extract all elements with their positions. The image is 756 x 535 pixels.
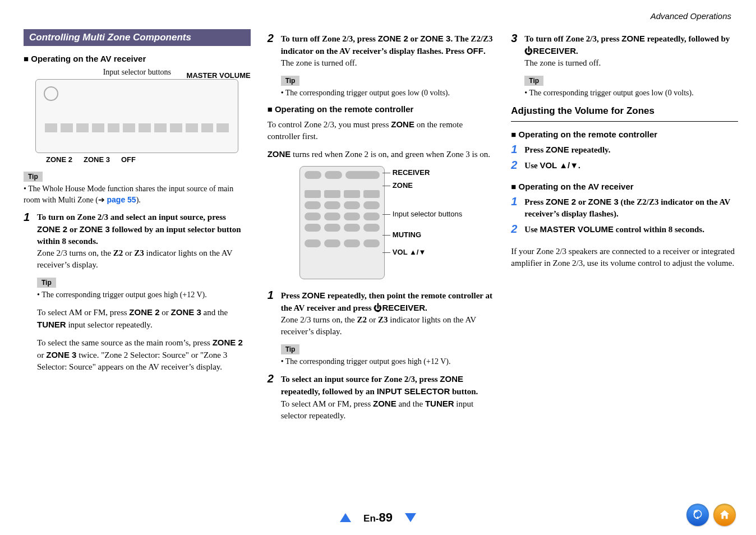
tip-label: Tip (24, 172, 43, 182)
para-select-am-fm: To select AM or FM, press ZONE 2 or ZONE… (37, 306, 251, 331)
step-number-2: 2 (268, 373, 275, 422)
step-number-2: 2 (511, 159, 519, 172)
remote-intro-1: To control Zone 2/3, you must press ZONE… (268, 118, 495, 142)
tip-text: • The Whole House Mode function shares t… (24, 184, 251, 206)
step-number-2: 2 (268, 33, 275, 69)
diagram-label-off: OFF (121, 155, 136, 164)
remote-label-input-selector: Input selector buttons (393, 210, 462, 218)
step-1-body: To turn on Zone 2/3 and select an input … (37, 211, 251, 271)
step-2-body: To turn off Zone 2/3, press ZONE 2 or ZO… (281, 33, 495, 69)
home-icon (718, 509, 731, 521)
heading-operating-av: ■ Operating on the AV receiver (511, 182, 738, 191)
tip-text: • The corresponding trigger output goes … (524, 88, 738, 99)
nav-back-button[interactable] (686, 504, 709, 526)
step-number-1: 1 (511, 196, 519, 220)
tip-text: • The corresponding trigger output goes … (281, 357, 495, 367)
heading-operating-av: ■ Operating on the AV receiver (24, 54, 251, 63)
back-arrow-icon (692, 509, 704, 521)
page-number: En-89 (363, 510, 393, 525)
column-3: 3 To turn off Zone 2/3, press ZONE repea… (511, 29, 738, 425)
diagram-label-master-volume: MASTER VOLUME (187, 71, 251, 80)
page-footer: En-89 (0, 510, 756, 525)
vol-step-1: Press ZONE repeatedly. (524, 144, 610, 156)
remote-label-receiver: RECEIVER (393, 168, 462, 177)
remote-label-vol: VOL ▲/▼ (393, 248, 462, 256)
column-1: Controlling Multi Zone Components ■ Oper… (24, 29, 251, 425)
column-2: 2 To turn off Zone 2/3, press ZONE 2 or … (268, 29, 495, 425)
nav-home-button[interactable] (713, 504, 736, 526)
remote-label-muting: MUTING (393, 230, 462, 239)
step-number-3: 3 (511, 33, 519, 69)
diagram-label-zone3: ZONE 3 (84, 155, 110, 164)
av-step-2: Use MASTER VOLUME control within 8 secon… (524, 223, 704, 236)
tip-label: Tip (281, 76, 300, 86)
tip-label: Tip (281, 344, 300, 354)
tip-label: Tip (37, 278, 56, 288)
tip-text: • The corresponding trigger output goes … (37, 290, 251, 301)
rule (511, 121, 738, 122)
heading-operating-remote: ■ Operating on the remote controller (268, 104, 495, 114)
av-step-1: Press ZONE 2 or ZONE 3 (the Z2/Z3 indica… (524, 196, 738, 220)
page-next-icon[interactable] (405, 513, 416, 522)
step-number-1: 1 (24, 211, 31, 271)
remote-controller-diagram (299, 166, 385, 279)
receiver-power-icon: ⏻ (374, 303, 382, 312)
header-section: Advanced Operations (651, 11, 731, 21)
remote-step-2-body: To select an input source for Zone 2/3, … (281, 373, 495, 422)
remote-intro-2: ZONE turns red when Zone 2 is on, and gr… (268, 148, 495, 160)
step-number-1: 1 (268, 289, 275, 338)
receiver-power-icon: ⏻ (524, 46, 533, 56)
remote-labels: RECEIVER ZONE Input selector buttons MUT… (393, 166, 462, 279)
step-3-body: To turn off Zone 2/3, press ZONE repeate… (524, 33, 738, 69)
remote-step-1-body: Press ZONE repeatedly, then point the re… (281, 289, 495, 338)
section-title: Controlling Multi Zone Components (24, 29, 251, 46)
heading-adjusting-volume: Adjusting the Volume for Zones (511, 105, 738, 117)
step-number-2: 2 (511, 223, 519, 236)
tip-label: Tip (524, 76, 543, 86)
heading-operating-remote: ■ Operating on the remote controller (511, 130, 738, 139)
page-prev-icon[interactable] (340, 513, 351, 522)
para-same-source: To select the same source as the main ro… (37, 336, 251, 373)
step-number-1: 1 (511, 144, 519, 156)
av-receiver-diagram (35, 79, 238, 153)
tip-text: • The corresponding trigger output goes … (281, 88, 495, 99)
volume-note: If your Zone 2/3 speakers are connected … (511, 246, 738, 269)
diagram-label-zone2: ZONE 2 (46, 155, 72, 164)
link-page-55[interactable]: page 55 (107, 195, 136, 204)
vol-step-2: Use VOL ▲/▼. (524, 159, 580, 172)
remote-label-zone: ZONE (393, 181, 462, 190)
